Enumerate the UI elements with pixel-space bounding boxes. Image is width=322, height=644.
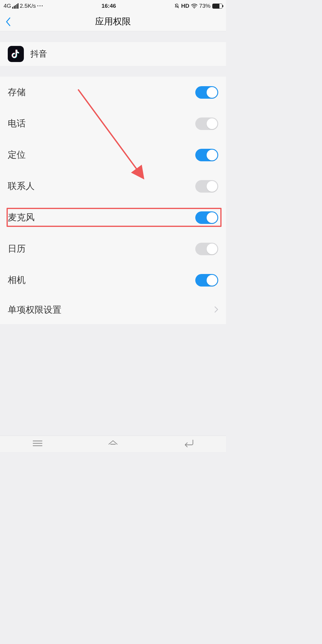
permission-row: 联系人 (0, 171, 226, 202)
permission-row: 电话 (0, 108, 226, 139)
permission-label: 麦克风 (8, 211, 35, 224)
permission-label: 日历 (8, 243, 26, 255)
network-type: 4G (4, 3, 11, 9)
permission-row: 相机 (0, 264, 226, 296)
douyin-app-icon (8, 46, 24, 62)
mute-icon (174, 3, 179, 9)
network-speed: 2.5K/s (20, 3, 36, 9)
clock-time: 16:46 (44, 3, 174, 9)
permission-label: 联系人 (8, 180, 35, 192)
permission-label: 存储 (8, 86, 26, 98)
app-info-row: 抖音 (0, 42, 226, 66)
status-bar: 4G 2.5K/s ··· 16:46 HD 73% (0, 0, 226, 12)
nav-label: 单项权限设置 (8, 304, 61, 316)
permission-toggle[interactable] (195, 86, 218, 99)
wifi-icon (191, 3, 197, 9)
permission-list: 存储电话定位联系人麦克风日历相机单项权限设置 (0, 77, 226, 324)
back-button[interactable] (5, 17, 11, 28)
permission-toggle[interactable] (195, 211, 218, 224)
permission-toggle[interactable] (195, 117, 218, 130)
permission-label: 相机 (8, 274, 26, 286)
permission-toggle[interactable] (195, 149, 218, 161)
highlight-box (7, 208, 222, 227)
permission-toggle[interactable] (195, 274, 218, 287)
home-icon[interactable] (108, 439, 118, 448)
app-name: 抖音 (30, 48, 47, 60)
battery-icon (212, 4, 222, 9)
permission-label: 定位 (8, 149, 26, 161)
more-dots-icon: ··· (37, 3, 44, 9)
permission-toggle[interactable] (195, 243, 218, 255)
permission-row: 存储 (0, 77, 226, 108)
permission-label: 电话 (8, 117, 26, 130)
permission-row: 定位 (0, 139, 226, 171)
signal-icon (12, 3, 18, 9)
chevron-right-icon (214, 306, 218, 314)
single-permission-settings[interactable]: 单项权限设置 (0, 296, 226, 324)
permission-toggle[interactable] (195, 180, 218, 193)
page-title: 应用权限 (0, 16, 226, 28)
battery-percent: 73% (199, 3, 210, 9)
svg-point-0 (194, 8, 195, 9)
hd-badge: HD (181, 3, 189, 9)
back-nav-icon[interactable] (183, 439, 193, 448)
page-header: 应用权限 (0, 12, 226, 31)
permission-row: 日历 (0, 233, 226, 264)
permission-row: 麦克风 (0, 202, 226, 233)
system-navbar (0, 436, 226, 452)
menu-icon[interactable] (32, 440, 43, 448)
